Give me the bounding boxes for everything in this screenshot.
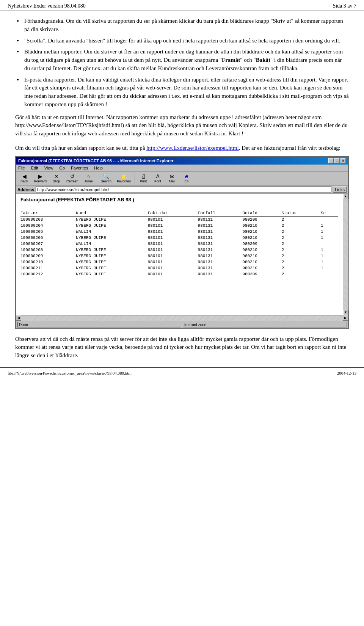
menu-edit[interactable]: Edit <box>30 165 39 171</box>
browser-statusbar: Done Internet zone <box>16 321 348 328</box>
cell-4-2: 980101 <box>148 241 198 247</box>
gor-saa-haar-paragraph: Gör så här: ta ut en rapport till Intern… <box>15 113 349 138</box>
cell-8-4: 980210 <box>242 265 281 271</box>
home-button[interactable]: ⌂ Home <box>82 173 95 184</box>
intro-text-before: Om du vill titta på hur en sådan rapport… <box>15 145 146 151</box>
scroll-down-button[interactable]: ▼ <box>343 310 348 315</box>
cell-4-5: 2 <box>282 241 321 247</box>
explorer-button[interactable]: e E> <box>180 173 193 184</box>
cell-7-0: 100000210 <box>20 259 76 265</box>
cell-0-0: 100000203 <box>20 216 76 223</box>
cell-9-0: 100000212 <box>20 271 76 277</box>
bullet-item-3: Bläddra mellan rapporter. Om du skriver … <box>15 48 349 72</box>
cell-8-0: 100000211 <box>20 265 76 271</box>
cell-3-3: 980131 <box>198 235 243 241</box>
refresh-button[interactable]: ↺ Refresh <box>64 173 81 184</box>
close-button[interactable]: ✕ <box>340 158 346 163</box>
example-link[interactable]: http://www.Exder.se/listor/exempel.html <box>146 145 239 151</box>
cell-9-4: 980209 <box>242 271 281 277</box>
horizontal-scroll-track <box>21 315 343 321</box>
table-row: 100000203NYBERG JUIPE9801019801319802092 <box>20 216 338 223</box>
address-input[interactable] <box>36 187 331 193</box>
cell-7-6: 1 <box>321 259 338 265</box>
maximize-button[interactable]: □ <box>334 158 340 163</box>
cell-9-3: 980131 <box>198 271 243 277</box>
print-button[interactable]: 🖨 Print <box>136 173 150 184</box>
address-label: Address <box>17 187 34 192</box>
col-kund: Kund <box>76 210 147 217</box>
minimize-button[interactable]: _ <box>328 158 334 163</box>
cell-7-3: 980131 <box>198 259 243 265</box>
cell-3-5: 2 <box>282 235 321 241</box>
menu-favorites[interactable]: Favorites <box>70 165 89 171</box>
cell-0-3: 980131 <box>198 216 243 223</box>
table-row: 100000208NYBERG JUIPE9801019801319802102… <box>20 247 338 253</box>
vertical-scrollbar[interactable]: ▲ ▼ <box>343 194 348 315</box>
mail-icon: ✉ <box>170 174 174 179</box>
cell-6-2: 980101 <box>148 253 198 259</box>
table-header-row: Fakt.nr Kund Fakt.dat Förfall Betald Sta… <box>20 210 338 217</box>
horizontal-scrollbar-wrap: ◀ ▶ <box>16 315 348 321</box>
menu-file[interactable]: File <box>17 165 26 171</box>
cell-0-6 <box>321 216 338 223</box>
menu-view[interactable]: View <box>44 165 54 171</box>
scroll-right-button[interactable]: ▶ <box>343 315 348 321</box>
status-pane: Done <box>17 322 181 328</box>
scroll-left-button[interactable]: ◀ <box>16 315 21 321</box>
col-faktnr: Fakt.nr <box>20 210 76 217</box>
stop-button[interactable]: ✕ Stop <box>50 173 63 184</box>
table-row: 100000205WALLIN98010198013198021021 <box>20 229 338 235</box>
browser-title: Fakturajournal (EFFEKTIVA FÖRETAGET AB 9… <box>18 158 174 163</box>
bullet-item-1: Förhandsgranska. Om du vill skriva ut ra… <box>15 17 349 34</box>
browser-window: Fakturajournal (EFFEKTIVA FÖRETAGET AB 9… <box>15 156 349 329</box>
cell-4-3: 980131 <box>198 241 243 247</box>
home-label: Home <box>84 179 93 183</box>
cell-8-5: 2 <box>282 265 321 271</box>
search-button[interactable]: 🔍 Search <box>99 173 114 184</box>
cell-0-5: 2 <box>282 216 321 223</box>
toolbar-separator-1 <box>97 173 97 184</box>
back-button[interactable]: ◀ Back <box>17 173 31 184</box>
browser-window-controls: _ □ ✕ <box>328 158 346 163</box>
back-label: Back <box>20 179 28 183</box>
cell-0-4: 980209 <box>242 216 281 223</box>
col-se: Se <box>321 210 338 217</box>
cell-6-4: 980210 <box>242 253 281 259</box>
font-label: Font <box>154 179 161 183</box>
back-icon: ◀ <box>22 174 27 179</box>
cell-3-0: 100000206 <box>20 235 76 241</box>
browser-menubar: File Edit View Go Favorites Help <box>16 165 348 172</box>
cell-1-0: 100000204 <box>20 223 76 229</box>
cell-9-2: 980101 <box>148 271 198 277</box>
report-title-text: Fakturajournal (EFFEKTIVA FÖRETAGET AB 9… <box>20 197 134 202</box>
cell-3-2: 980101 <box>148 235 198 241</box>
table-row: 100000204NYBERG JUIPE9801019801319802102… <box>20 223 338 229</box>
forward-label: Forward <box>34 179 47 183</box>
cell-7-5: 2 <box>282 259 321 265</box>
links-button[interactable]: Links <box>333 187 347 193</box>
cell-5-2: 980101 <box>148 247 198 253</box>
cell-5-1: NYBERG JUIPE <box>76 247 147 253</box>
browser-toolbar: ◀ Back ▶ Forward ✕ Stop ↺ Refresh ⌂ Home… <box>16 172 348 186</box>
favorites-button[interactable]: ⭐ Favorites <box>115 173 133 184</box>
mail-button[interactable]: ✉ Mail <box>165 173 179 184</box>
print-icon: 🖨 <box>141 174 146 179</box>
table-row: 100000209NYBERG JUIPE9801019801319802102… <box>20 253 338 259</box>
cell-0-2: 980101 <box>148 216 198 223</box>
table-row: 100000207WALLIN9801019801319802092 <box>20 241 338 247</box>
menu-go[interactable]: Go <box>58 165 66 171</box>
cell-9-1: NYBERG JUIPE <box>76 271 147 277</box>
cell-4-4: 980209 <box>242 241 281 247</box>
scroll-up-button[interactable]: ▲ <box>343 194 348 199</box>
font-button[interactable]: A Font <box>151 173 165 184</box>
forward-button[interactable]: ▶ Forward <box>32 173 49 184</box>
cell-1-3: 980131 <box>198 223 243 229</box>
bullet-text-2: "Scrolla". Du kan använda "hissen" till … <box>24 38 340 44</box>
cell-8-3: 980131 <box>198 265 243 271</box>
bottom-paragraph: Observera att vi då och då måste rensa p… <box>15 335 349 360</box>
bullet-text-3: Bläddra mellan rapporter. Om du skriver … <box>24 49 343 71</box>
search-label: Search <box>101 179 112 183</box>
print-label: Print <box>140 179 147 183</box>
table-row: 100000206NYBERG JUIPE9801019801319802102… <box>20 235 338 241</box>
menu-help[interactable]: Help <box>93 165 104 171</box>
